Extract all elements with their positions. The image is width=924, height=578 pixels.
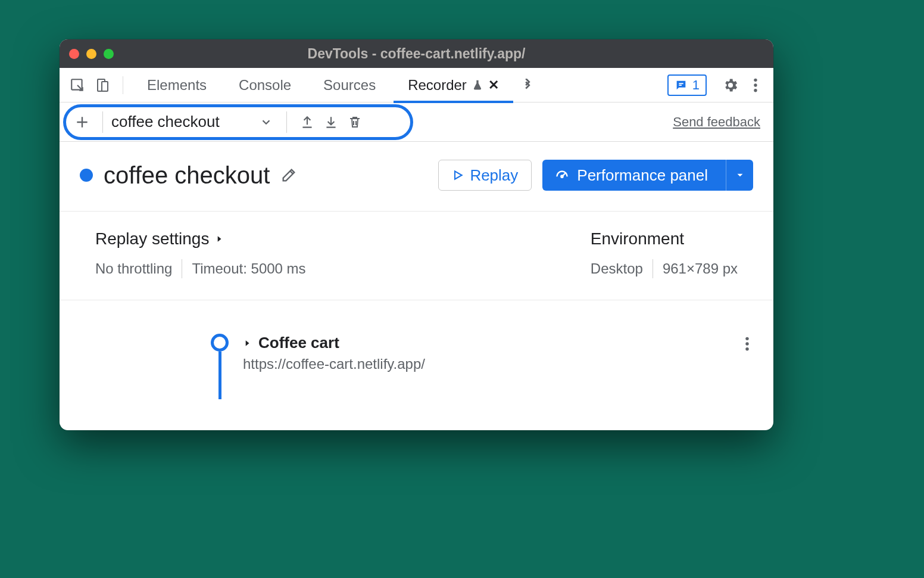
svg-rect-2 [102,82,108,91]
performance-panel-label: Performance panel [577,166,708,185]
svg-point-7 [754,88,757,91]
throttling-value: No throttling [95,260,172,277]
svg-point-8 [561,176,563,178]
performance-dropdown-icon[interactable] [726,160,753,191]
issues-badge[interactable]: 1 [667,74,707,96]
traffic-lights [69,49,114,59]
svg-point-6 [754,83,757,86]
step-node [211,334,229,352]
recording-header: coffee checkout Replay Performance panel [60,142,773,212]
edit-title-icon[interactable] [280,167,297,184]
device-value: Desktop [591,260,643,277]
step-url: https://coffee-cart.netlify.app/ [243,356,425,372]
replay-button[interactable]: Replay [438,160,532,191]
step-connector [218,352,221,399]
import-icon[interactable] [319,110,343,134]
tab-console[interactable]: Console [224,68,305,102]
minimize-window-button[interactable] [86,49,96,59]
svg-point-5 [754,78,757,81]
issues-count: 1 [692,77,700,93]
caret-right-icon [243,338,251,349]
recording-status-dot [80,169,93,182]
step-item[interactable]: Coffee cart https://coffee-cart.netlify.… [208,334,738,372]
svg-rect-3 [679,83,683,84]
tab-sources[interactable]: Sources [309,68,390,102]
flask-icon [472,79,483,92]
devtools-window: DevTools - coffee-cart.netlify.app/ Elem… [60,39,773,430]
export-icon[interactable] [295,110,319,134]
environment-settings: Environment Desktop 961×789 px [591,229,738,278]
tab-elements[interactable]: Elements [133,68,221,102]
timeout-value: Timeout: 5000 ms [192,260,305,277]
delete-icon[interactable] [343,110,367,134]
replay-settings: Replay settings No throttling Timeout: 5… [95,229,306,278]
device-toolbar-icon[interactable] [92,74,113,96]
svg-rect-4 [679,85,682,86]
gauge-icon [554,167,570,183]
recording-select-value[interactable]: coffee checkout [111,113,254,131]
titlebar: DevTools - coffee-cart.netlify.app/ [60,39,773,68]
settings-icon[interactable] [720,74,741,96]
svg-point-9 [745,337,748,340]
devtools-tabstrip: Elements Console Sources Recorder ✕ 1 [60,68,773,102]
performance-panel-button[interactable]: Performance panel [542,160,753,191]
maximize-window-button[interactable] [104,49,114,59]
kebab-menu-icon[interactable] [745,74,766,96]
replay-button-label: Replay [470,166,518,185]
new-recording-icon[interactable] [70,110,94,134]
chevron-down-icon[interactable] [254,110,278,134]
close-window-button[interactable] [69,49,79,59]
inspect-element-icon[interactable] [67,74,88,96]
recorder-toolbar: coffee checkout Send feedback [60,102,773,142]
replay-settings-header[interactable]: Replay settings [95,229,306,248]
tab-recorder[interactable]: Recorder ✕ [394,68,513,102]
environment-label: Environment [591,229,684,248]
window-title: DevTools - coffee-cart.netlify.app/ [60,46,773,62]
close-tab-icon[interactable]: ✕ [488,77,499,93]
step-title-text: Coffee cart [258,334,339,352]
more-tabs-icon[interactable] [517,74,538,96]
separator [123,76,123,94]
svg-point-10 [745,342,748,345]
send-feedback-link[interactable]: Send feedback [673,114,760,130]
steps-list: Coffee cart https://coffee-cart.netlify.… [60,300,773,372]
tab-recorder-label: Recorder [408,77,467,94]
svg-point-11 [745,347,748,350]
caret-right-icon [215,234,223,244]
step-more-icon[interactable] [745,336,750,352]
settings-row: Replay settings No throttling Timeout: 5… [60,212,773,300]
recording-title: coffee checkout [104,162,270,189]
dimensions-value: 961×789 px [663,260,738,277]
